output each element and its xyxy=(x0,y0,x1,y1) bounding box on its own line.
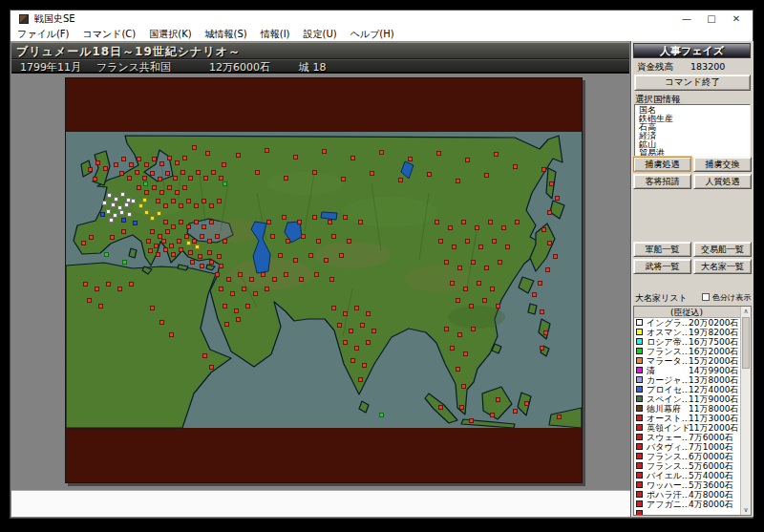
city-marker[interactable] xyxy=(217,199,221,202)
city-marker[interactable] xyxy=(524,401,528,405)
city-marker[interactable] xyxy=(308,253,312,257)
city-marker[interactable] xyxy=(286,239,289,243)
daimyo-list-scrollbar[interactable]: ∧ ∨ xyxy=(740,307,751,515)
daimyo-row[interactable]: バイエル…5万4000石 xyxy=(634,471,751,480)
city-marker[interactable] xyxy=(236,153,240,157)
city-marker[interactable] xyxy=(488,220,492,223)
city-marker[interactable] xyxy=(202,199,205,202)
menu-item-6[interactable]: 設定(U) xyxy=(297,28,344,41)
city-marker[interactable] xyxy=(484,266,488,269)
city-marker[interactable] xyxy=(113,213,117,217)
city-marker[interactable] xyxy=(496,397,499,401)
city-marker[interactable] xyxy=(156,199,159,202)
city-marker[interactable] xyxy=(192,239,196,243)
daimyo-row[interactable]: バタヴィ…7万1000石 xyxy=(634,442,751,452)
city-marker[interactable] xyxy=(349,329,352,332)
city-marker[interactable] xyxy=(159,161,163,165)
daimyo-row[interactable]: ワッハー…5万3600石 xyxy=(634,480,751,490)
city-marker[interactable] xyxy=(88,167,92,171)
city-marker[interactable] xyxy=(272,277,276,281)
map-canvas[interactable] xyxy=(66,78,582,482)
color-toggle-checkbox[interactable] xyxy=(702,293,710,301)
city-marker[interactable] xyxy=(114,197,117,201)
city-marker[interactable] xyxy=(465,239,469,243)
city-marker[interactable] xyxy=(450,346,454,350)
city-marker[interactable] xyxy=(354,306,358,309)
city-marker[interactable] xyxy=(138,203,142,207)
city-marker[interactable] xyxy=(167,156,171,160)
scrollbar-thumb[interactable] xyxy=(742,317,750,369)
city-marker[interactable] xyxy=(224,322,228,326)
city-marker[interactable] xyxy=(117,287,121,290)
city-marker[interactable] xyxy=(238,272,242,276)
city-marker[interactable] xyxy=(478,245,482,248)
city-marker[interactable] xyxy=(202,353,206,357)
city-marker[interactable] xyxy=(513,409,517,413)
city-marker[interactable] xyxy=(205,151,209,155)
city-marker[interactable] xyxy=(196,170,200,174)
city-marker[interactable] xyxy=(343,340,347,344)
city-marker[interactable] xyxy=(133,221,137,224)
daimyo-row[interactable] xyxy=(634,509,751,516)
city-marker[interactable] xyxy=(194,220,198,223)
city-marker[interactable] xyxy=(163,203,167,207)
武将一覧-button[interactable]: 武将一覧 xyxy=(633,259,691,274)
city-marker[interactable] xyxy=(222,162,225,166)
city-marker[interactable] xyxy=(329,277,333,281)
city-marker[interactable] xyxy=(209,220,213,223)
city-marker[interactable] xyxy=(350,358,354,362)
捕虜交換-button[interactable]: 捕虜交換 xyxy=(693,157,752,172)
city-marker[interactable] xyxy=(371,329,375,332)
maximize-icon[interactable]: □ xyxy=(699,11,724,28)
交易船一覧-button[interactable]: 交易船一覧 xyxy=(693,242,752,257)
city-marker[interactable] xyxy=(131,199,135,202)
city-marker[interactable] xyxy=(182,185,186,189)
city-marker[interactable] xyxy=(195,245,199,248)
city-marker[interactable] xyxy=(186,241,190,245)
city-marker[interactable] xyxy=(459,405,463,409)
city-marker[interactable] xyxy=(328,220,331,223)
city-marker[interactable] xyxy=(137,157,140,160)
close-icon[interactable]: ✕ xyxy=(724,11,749,28)
city-marker[interactable] xyxy=(177,239,180,243)
city-marker[interactable] xyxy=(192,145,196,149)
city-marker[interactable] xyxy=(203,176,207,180)
city-marker[interactable] xyxy=(120,192,124,196)
city-marker[interactable] xyxy=(226,277,230,281)
scroll-up-icon[interactable]: ∧ xyxy=(741,307,751,316)
city-marker[interactable] xyxy=(188,250,192,254)
city-marker[interactable] xyxy=(249,277,253,281)
daimyo-row[interactable]: 英領インド11万2000石 xyxy=(634,423,751,433)
daimyo-row[interactable]: アフガニ…4万8000石 xyxy=(634,500,751,509)
city-marker[interactable] xyxy=(547,210,551,214)
city-marker[interactable] xyxy=(209,365,213,369)
city-marker[interactable] xyxy=(540,346,543,350)
city-marker[interactable] xyxy=(456,367,459,371)
city-marker[interactable] xyxy=(482,298,486,302)
city-marker[interactable] xyxy=(223,181,226,185)
city-marker[interactable] xyxy=(109,218,113,222)
人質処遇-button[interactable]: 人質処遇 xyxy=(693,174,752,189)
city-marker[interactable] xyxy=(150,306,154,309)
city-marker[interactable] xyxy=(253,291,257,295)
city-marker[interactable] xyxy=(261,272,265,276)
city-marker[interactable] xyxy=(284,272,287,276)
city-marker[interactable] xyxy=(540,309,543,313)
city-marker[interactable] xyxy=(157,211,160,215)
city-marker[interactable] xyxy=(532,292,536,296)
city-marker[interactable] xyxy=(463,351,467,355)
city-marker[interactable] xyxy=(135,170,138,174)
city-marker[interactable] xyxy=(339,253,343,257)
daimyo-row[interactable]: 徳川幕府11万8000石 xyxy=(634,404,751,414)
city-marker[interactable] xyxy=(150,171,154,175)
city-marker[interactable] xyxy=(219,264,223,267)
city-marker[interactable] xyxy=(175,190,179,194)
city-marker[interactable] xyxy=(142,198,146,202)
city-marker[interactable] xyxy=(194,203,198,207)
city-marker[interactable] xyxy=(106,209,110,213)
city-marker[interactable] xyxy=(408,157,412,160)
city-marker[interactable] xyxy=(171,252,175,256)
city-marker[interactable] xyxy=(469,304,473,308)
city-marker[interactable] xyxy=(457,332,461,336)
city-marker[interactable] xyxy=(207,250,211,254)
